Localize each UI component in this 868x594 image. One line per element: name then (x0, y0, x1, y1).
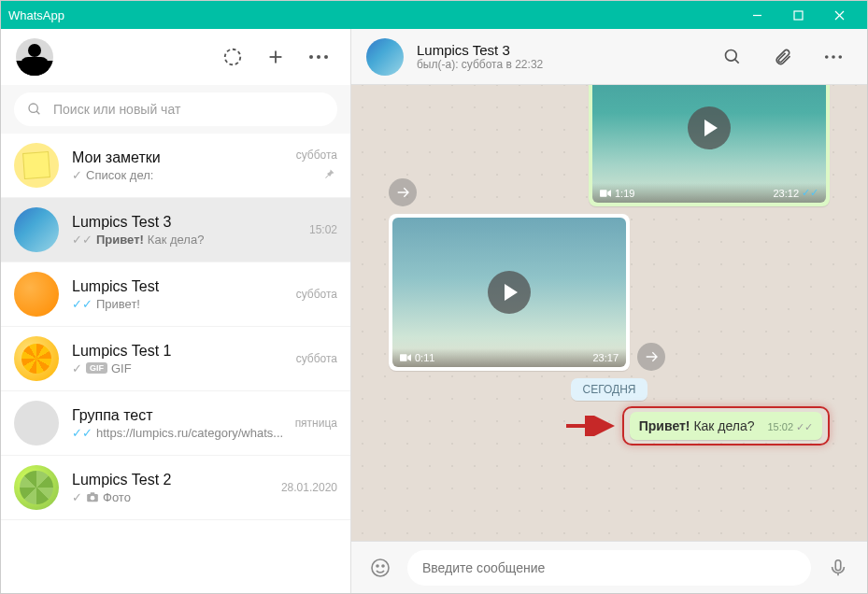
contact-name: Lumpics Test 3 (417, 42, 701, 58)
day-separator: СЕГОДНЯ (389, 380, 830, 397)
svg-point-10 (29, 104, 37, 112)
message-row: Привет! Как дела? 15:02 ✓✓ (389, 406, 830, 446)
svg-rect-14 (91, 492, 95, 494)
video-duration: 1:19 (600, 188, 634, 199)
forward-button[interactable] (389, 178, 417, 206)
chat-item-lumpics2[interactable]: Lumpics Test 2 ✓ Фото 28.01.2020 (1, 456, 350, 520)
conversation-panel: Lumpics Test 3 был(-а): суббота в 22:32 (351, 29, 867, 593)
chat-name: Мои заметки (72, 149, 283, 166)
chat-item-notes[interactable]: Мои заметки ✓ Список дел: суббота (1, 134, 350, 198)
chat-name: Lumpics Test 3 (72, 214, 296, 231)
ticks-icon: ✓✓ (796, 421, 813, 433)
svg-rect-20 (600, 190, 607, 197)
message-video-out[interactable]: 1:19 23:12 ✓✓ (589, 85, 830, 206)
message-meta: 15:02 ✓✓ (767, 421, 813, 433)
video-timestamp: 23:12 ✓✓ (773, 187, 818, 199)
messages-list[interactable]: 1:19 23:12 ✓✓ (351, 85, 867, 541)
close-button[interactable] (818, 1, 860, 29)
svg-point-4 (225, 50, 241, 65)
chat-preview: ✓ Фото (72, 490, 268, 504)
chat-preview: ✓✓ Привет! Как дела? (72, 233, 296, 247)
new-chat-icon[interactable] (259, 40, 292, 74)
play-icon[interactable] (688, 106, 731, 149)
annotation-arrow-icon (566, 416, 619, 436)
chat-item-group[interactable]: Группа тест ✓✓ https://lumpics.ru/catego… (1, 391, 350, 456)
gif-badge: GIF (86, 362, 107, 374)
chat-preview: ✓ GIF GIF (72, 361, 283, 375)
maximize-button[interactable] (777, 1, 818, 29)
search-bar (1, 85, 350, 134)
contact-status: был(-а): суббота в 22:32 (417, 58, 701, 71)
status-icon[interactable] (216, 40, 249, 74)
menu-icon[interactable] (302, 40, 335, 74)
camera-icon (86, 491, 99, 502)
message-text: Как дела? (690, 418, 755, 433)
chat-avatar (14, 336, 59, 381)
svg-point-17 (825, 55, 829, 59)
window-title: WhatsApp (8, 8, 736, 22)
chat-item-lumpics[interactable]: Lumpics Test ✓✓ Привет! суббота (1, 262, 350, 327)
my-avatar[interactable] (16, 38, 53, 76)
chat-time: суббота (296, 352, 337, 365)
attach-icon[interactable] (764, 38, 802, 76)
chat-time: пятница (295, 417, 337, 430)
composer (351, 541, 867, 593)
message-video-in[interactable]: 0:11 23:17 (389, 214, 630, 371)
chat-avatar (14, 207, 59, 252)
ticks-icon: ✓✓ (802, 187, 818, 199)
chat-avatar (14, 272, 59, 317)
check-icon: ✓ (72, 490, 82, 504)
chat-item-lumpics3[interactable]: Lumpics Test 3 ✓✓ Привет! Как дела? 15:0… (1, 198, 350, 262)
mic-icon[interactable] (822, 552, 854, 584)
video-thumbnail[interactable]: 1:19 23:12 ✓✓ (592, 85, 826, 203)
chat-preview: ✓ Список дел: (72, 168, 283, 182)
play-icon[interactable] (488, 271, 531, 314)
search-in-chat-icon[interactable] (714, 38, 751, 76)
svg-point-9 (324, 55, 328, 59)
chat-list[interactable]: Мои заметки ✓ Список дел: суббота (1, 134, 350, 593)
chat-avatar (14, 143, 59, 188)
svg-rect-1 (794, 11, 803, 20)
check-icon: ✓ (72, 168, 82, 182)
app-window: WhatsApp (0, 0, 868, 594)
video-duration: 0:11 (400, 352, 434, 363)
minimize-button[interactable] (736, 1, 777, 29)
svg-point-15 (726, 50, 737, 61)
chat-preview: ✓✓ Привет! (72, 297, 283, 311)
chat-avatar (14, 465, 59, 510)
svg-rect-21 (400, 354, 407, 361)
chat-name: Группа тест (72, 407, 282, 424)
chat-item-lumpics1[interactable]: Lumpics Test 1 ✓ GIF GIF суббота (1, 327, 350, 391)
chat-time: 28.01.2020 (281, 481, 337, 494)
chat-time: суббота (296, 148, 337, 162)
message-text-out[interactable]: Привет! Как дела? 15:02 ✓✓ (630, 412, 822, 440)
search-input[interactable] (53, 102, 324, 117)
video-timestamp: 23:17 (592, 352, 619, 363)
svg-point-13 (91, 496, 95, 501)
annotation-highlight: Привет! Как дела? 15:02 ✓✓ (622, 406, 830, 446)
message-input[interactable] (407, 550, 811, 586)
svg-point-19 (838, 55, 842, 59)
search-icon (27, 102, 42, 117)
check-icon: ✓ (72, 361, 82, 375)
emoji-icon[interactable] (364, 552, 396, 584)
svg-rect-26 (835, 559, 841, 570)
check-icon: ✓✓ (72, 426, 92, 440)
check-icon: ✓✓ (72, 297, 92, 311)
conversation-header[interactable]: Lumpics Test 3 был(-а): суббота в 22:32 (351, 29, 867, 85)
chat-name: Lumpics Test 1 (72, 343, 283, 360)
left-header (1, 29, 350, 85)
pin-icon (322, 167, 337, 182)
svg-line-16 (735, 59, 739, 63)
svg-point-23 (372, 559, 389, 576)
svg-point-18 (832, 55, 835, 59)
chat-menu-icon[interactable] (815, 38, 852, 76)
svg-point-24 (377, 565, 378, 567)
message-bold: Привет! (639, 418, 690, 433)
check-icon: ✓✓ (72, 233, 92, 247)
forward-button[interactable] (637, 343, 665, 371)
chat-name: Lumpics Test 2 (72, 472, 268, 488)
chat-time: суббота (296, 288, 337, 301)
svg-line-11 (36, 111, 39, 114)
video-thumbnail[interactable]: 0:11 23:17 (392, 218, 626, 367)
